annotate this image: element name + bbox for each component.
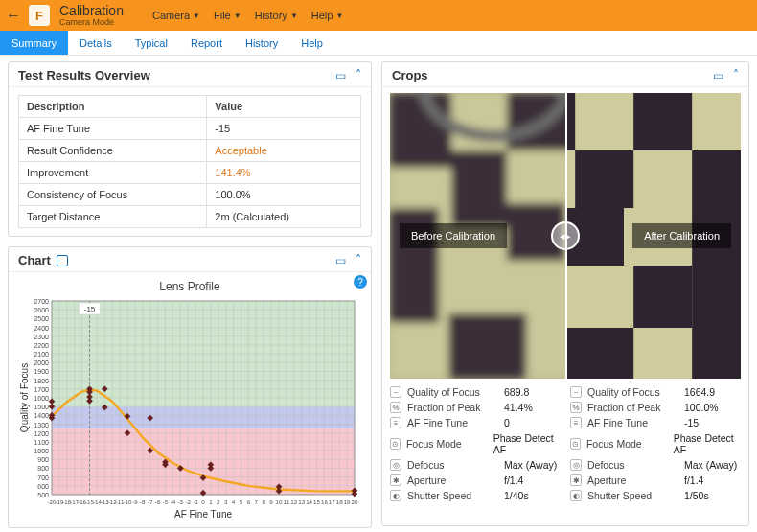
stat-value: 689.8: [504, 386, 529, 398]
stat-icon: %: [390, 402, 401, 413]
stat-key: Quality of Focus: [587, 386, 678, 398]
panel-collapse-icon[interactable]: ˄: [356, 253, 361, 266]
svg-text:1600: 1600: [34, 395, 49, 402]
stat-row: ~Quality of Focus689.8: [390, 384, 561, 400]
crops-compare[interactable]: Before Calibration After Calibration ◂▸: [390, 93, 741, 379]
panel-crops: Crops ▭ ˄: [381, 61, 749, 526]
stat-key: Fraction of Peak: [407, 402, 498, 413]
svg-text:-6: -6: [155, 498, 161, 505]
tab-summary[interactable]: Summary: [0, 31, 68, 55]
stat-row: ≡AF Fine Tune0: [390, 415, 561, 430]
stat-row: ◐Shutter Speed1/40s: [390, 488, 561, 503]
svg-text:800: 800: [37, 465, 49, 472]
svg-text:1000: 1000: [34, 448, 49, 454]
result-value: -15: [207, 118, 361, 140]
tab-typical[interactable]: Typical: [124, 31, 179, 55]
svg-text:17: 17: [329, 498, 335, 505]
svg-text:2500: 2500: [34, 315, 49, 322]
result-value: 2m (Calculated): [207, 206, 361, 228]
svg-text:10: 10: [276, 498, 283, 505]
svg-text:11: 11: [283, 498, 289, 505]
tab-report[interactable]: Report: [179, 31, 234, 55]
svg-rect-149: [633, 93, 692, 150]
svg-text:4: 4: [232, 498, 236, 505]
stat-icon: ~: [390, 386, 401, 398]
app-title: Calibration: [59, 4, 124, 18]
panel-title-chart-text: Chart: [18, 253, 51, 267]
stat-icon: ≡: [570, 417, 582, 428]
panel-collapse-icon[interactable]: ˄: [733, 68, 739, 81]
panel-results: Test Results Overview ▭ ˄ Description Va…: [8, 61, 372, 237]
svg-rect-145: [448, 313, 526, 379]
result-value: 141.4%: [207, 162, 361, 184]
svg-rect-142: [451, 150, 507, 227]
stat-value: Phase Detect AF: [493, 432, 561, 455]
stat-row: ◎DefocusMax (Away): [390, 457, 561, 473]
caret-down-icon: ▼: [193, 12, 200, 20]
svg-text:-5: -5: [163, 498, 169, 505]
stat-icon: ◐: [570, 490, 582, 501]
svg-text:Quality of Focus: Quality of Focus: [19, 363, 30, 432]
svg-rect-140: [390, 93, 451, 168]
svg-text:1500: 1500: [34, 404, 49, 410]
panel-maximize-icon[interactable]: ▭: [335, 254, 346, 267]
panel-collapse-icon[interactable]: ˄: [356, 68, 361, 81]
svg-text:15: 15: [313, 498, 320, 505]
svg-text:-3: -3: [178, 498, 184, 505]
stat-key: Focus Mode: [406, 438, 488, 450]
stat-icon: ◐: [390, 490, 401, 501]
svg-text:-2: -2: [185, 498, 191, 505]
svg-text:1300: 1300: [34, 422, 49, 428]
panel-title-chart: Chart: [18, 253, 68, 267]
svg-text:7: 7: [255, 498, 259, 505]
svg-text:13: 13: [298, 498, 305, 505]
stat-key: Defocus: [407, 459, 498, 471]
compare-slider-handle[interactable]: ◂▸: [551, 221, 580, 250]
caret-down-icon: ▼: [335, 12, 343, 20]
svg-text:500: 500: [37, 492, 49, 498]
stat-icon: ~: [570, 386, 582, 398]
stat-icon: ◎: [570, 459, 582, 471]
stat-row: ✱Aperturef/1.4: [390, 473, 561, 488]
svg-text:AF Fine Tune: AF Fine Tune: [174, 509, 232, 520]
stat-row: ✱Aperturef/1.4: [570, 473, 741, 488]
svg-text:2000: 2000: [34, 359, 49, 366]
topmenu-file[interactable]: File▼: [214, 10, 241, 21]
result-key: AF Fine Tune: [19, 118, 207, 140]
topmenu-camera[interactable]: Camera▼: [152, 10, 200, 21]
stat-value: 41.4%: [504, 402, 533, 413]
stat-value: f/1.4: [684, 474, 703, 486]
results-table: Description Value AF Fine Tune-15Result …: [18, 95, 361, 228]
table-row: Improvement141.4%: [19, 162, 361, 184]
panel-maximize-icon[interactable]: ▭: [335, 69, 346, 82]
stat-value: 100.0%: [684, 402, 719, 413]
svg-text:2100: 2100: [34, 351, 49, 358]
chart-body: Lens Profile ? 5006007008009001000110012…: [9, 272, 371, 527]
svg-text:-1: -1: [193, 498, 198, 505]
svg-text:2: 2: [217, 498, 220, 505]
stat-value: -15: [684, 417, 699, 428]
chart-help-icon[interactable]: ?: [354, 275, 367, 289]
stat-row: %Fraction of Peak41.4%: [390, 400, 561, 415]
tab-help[interactable]: Help: [289, 31, 334, 55]
result-value: 100.0%: [207, 184, 361, 206]
svg-text:1700: 1700: [34, 386, 49, 393]
svg-text:1200: 1200: [34, 430, 49, 437]
topmenu-history[interactable]: History▼: [255, 10, 298, 21]
stat-key: Shutter Speed: [587, 490, 678, 501]
svg-text:2200: 2200: [34, 342, 49, 349]
tab-history[interactable]: History: [234, 31, 289, 55]
tab-details[interactable]: Details: [68, 31, 124, 55]
back-arrow-icon[interactable]: ←: [6, 7, 21, 24]
copy-chart-icon[interactable]: [57, 255, 68, 266]
result-key: Improvement: [19, 162, 207, 184]
stat-row: ⊙Focus ModePhase Detect AF: [570, 430, 741, 457]
svg-text:1400: 1400: [34, 412, 49, 419]
svg-text:12: 12: [290, 498, 297, 505]
panel-maximize-icon[interactable]: ▭: [713, 69, 723, 82]
topmenu-help[interactable]: Help▼: [311, 10, 344, 21]
svg-text:18: 18: [336, 498, 343, 505]
svg-text:1900: 1900: [34, 368, 49, 375]
stat-icon: ≡: [390, 417, 401, 428]
svg-text:2300: 2300: [34, 334, 49, 340]
